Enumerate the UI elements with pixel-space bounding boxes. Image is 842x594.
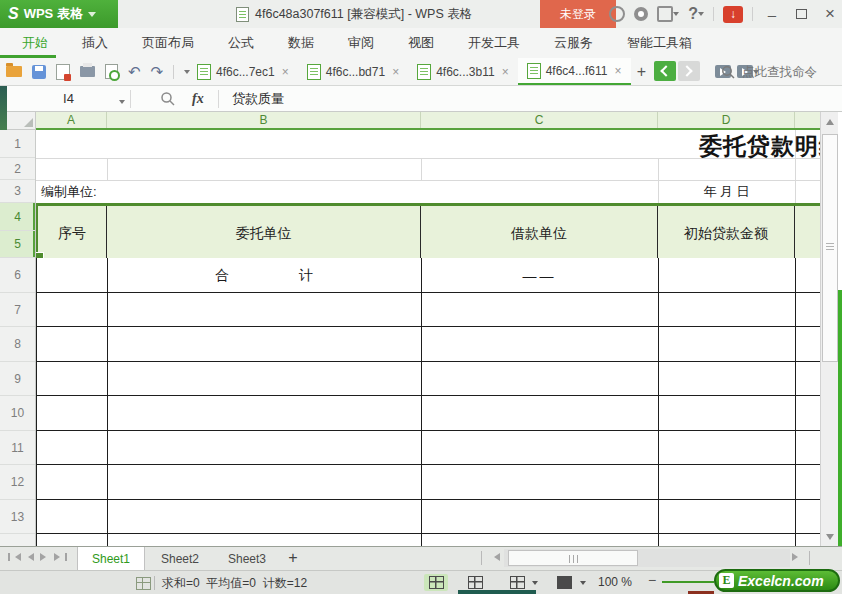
cell[interactable]	[108, 465, 422, 500]
cell[interactable]	[108, 500, 422, 534]
row-header-12[interactable]: 12	[0, 465, 35, 500]
sheet-tab-sheet3[interactable]: Sheet3	[217, 547, 277, 570]
cell[interactable]	[422, 362, 659, 396]
cell[interactable]	[108, 396, 422, 431]
cell[interactable]	[422, 500, 659, 534]
column-header-partial[interactable]	[795, 112, 820, 128]
menu-home[interactable]: 开始	[22, 34, 48, 52]
prev-sheet-button[interactable]	[24, 553, 34, 561]
maximize-button[interactable]	[791, 4, 811, 24]
menu-insert[interactable]: 插入	[82, 34, 108, 52]
download-button[interactable]: ↓	[723, 6, 743, 23]
sheet-title-cell[interactable]: 委托贷款明细表	[699, 131, 820, 162]
menu-view[interactable]: 视图	[408, 34, 434, 52]
cell[interactable]	[422, 465, 659, 500]
cell[interactable]	[37, 293, 108, 327]
cell[interactable]	[37, 258, 108, 293]
row-header-6[interactable]: 6	[0, 258, 35, 293]
row-header-3[interactable]: 3	[0, 180, 35, 203]
next-sheet-button[interactable]	[40, 553, 50, 561]
first-sheet-button[interactable]	[8, 553, 21, 561]
magnifier-icon[interactable]	[160, 91, 175, 106]
zoom-out-button[interactable]: −	[648, 572, 656, 588]
header-cell-weituo[interactable]: 委托单位	[107, 206, 421, 261]
cell[interactable]	[108, 534, 422, 546]
row-header-4[interactable]: 4	[0, 203, 35, 231]
cell[interactable]	[108, 362, 422, 396]
cell[interactable]	[796, 465, 820, 500]
row-header-9[interactable]: 9	[0, 362, 35, 396]
normal-view-button[interactable]	[424, 574, 448, 591]
row-header-13[interactable]: 13	[0, 500, 35, 534]
sheet-tab-sheet2[interactable]: Sheet2	[150, 547, 210, 570]
theme-icon[interactable]	[609, 6, 625, 22]
row-header-8[interactable]: 8	[0, 327, 35, 362]
feedback-icon[interactable]	[634, 7, 648, 21]
redo-icon[interactable]: ↷	[151, 64, 164, 79]
reading-view-button[interactable]	[552, 574, 576, 591]
menu-cloud[interactable]: 云服务	[554, 34, 593, 52]
menu-developer[interactable]: 开发工具	[468, 34, 520, 52]
last-sheet-button[interactable]	[54, 553, 67, 561]
cell[interactable]	[659, 500, 796, 534]
cell[interactable]	[422, 293, 659, 327]
cell[interactable]	[422, 534, 659, 546]
header-cell-jiekuan[interactable]: 借款单位	[421, 206, 658, 261]
cell[interactable]	[108, 293, 422, 327]
help-menu-button[interactable]: ?	[688, 5, 704, 23]
undo-icon[interactable]: ↶	[128, 64, 141, 79]
search-input[interactable]	[740, 64, 836, 80]
chevron-down-icon[interactable]	[580, 581, 586, 588]
prev-tab-button[interactable]	[654, 61, 676, 81]
menu-formulas[interactable]: 公式	[228, 34, 254, 52]
open-file-icon[interactable]	[6, 66, 22, 77]
next-tab-button[interactable]	[678, 61, 700, 81]
vertical-scroll-thumb[interactable]	[822, 134, 838, 362]
cell[interactable]	[37, 362, 108, 396]
doc-tab-1[interactable]: 4f6c...7ec1 ×	[188, 58, 298, 85]
column-header-c[interactable]: C	[421, 112, 658, 128]
name-box[interactable]	[7, 86, 130, 111]
cell[interactable]	[796, 534, 820, 546]
cell-d3-label[interactable]: 年 月 日	[658, 183, 795, 201]
row-header-5[interactable]: 5	[0, 231, 35, 258]
close-tab-icon[interactable]: ×	[392, 65, 399, 79]
column-header-d[interactable]: D	[658, 112, 795, 128]
page-layout-view-button[interactable]	[505, 574, 529, 591]
cell[interactable]	[37, 500, 108, 534]
sheet-grid[interactable]: 委托贷款明细表 编制单位: 年 月 日 序号 委托单位 借款单位 初始贷款金额 …	[36, 130, 820, 546]
scroll-down-button[interactable]	[821, 528, 839, 546]
cell[interactable]	[659, 293, 796, 327]
cell[interactable]	[37, 431, 108, 465]
cell[interactable]	[796, 362, 820, 396]
horizontal-scroll-thumb[interactable]	[508, 550, 638, 566]
menu-data[interactable]: 数据	[288, 34, 314, 52]
cell-reference-input[interactable]	[32, 90, 106, 107]
sheet-tab-sheet1[interactable]: Sheet1	[77, 547, 145, 570]
insert-function-icon[interactable]: fx	[192, 91, 204, 107]
cell[interactable]	[796, 431, 820, 465]
vertical-scrollbar[interactable]	[820, 112, 838, 546]
cell[interactable]	[422, 396, 659, 431]
menu-review[interactable]: 审阅	[348, 34, 374, 52]
scroll-up-button[interactable]	[821, 112, 839, 130]
cell[interactable]	[659, 465, 796, 500]
new-tab-button[interactable]: +	[631, 58, 653, 85]
skin-menu-button[interactable]	[657, 6, 679, 22]
command-search[interactable]	[721, 58, 836, 85]
cell[interactable]	[422, 327, 659, 362]
cell[interactable]	[796, 258, 820, 293]
print-preview-icon[interactable]	[105, 64, 118, 79]
save-icon[interactable]	[32, 65, 46, 79]
close-tab-icon[interactable]: ×	[282, 65, 289, 79]
formula-input[interactable]: 贷款质量	[232, 86, 284, 111]
total-row-label[interactable]: 合 计	[107, 258, 421, 293]
chevron-down-icon[interactable]	[532, 581, 538, 588]
cell[interactable]	[659, 327, 796, 362]
cell[interactable]	[37, 534, 108, 546]
doc-tab-2[interactable]: 4f6c...bd71 ×	[298, 58, 408, 85]
menu-smart-toolbox[interactable]: 智能工具箱	[627, 34, 692, 52]
close-tab-icon[interactable]: ×	[614, 64, 621, 78]
column-header-b[interactable]: B	[107, 112, 421, 128]
doc-tab-4-active[interactable]: 4f6c4...f611 ×	[518, 58, 631, 85]
